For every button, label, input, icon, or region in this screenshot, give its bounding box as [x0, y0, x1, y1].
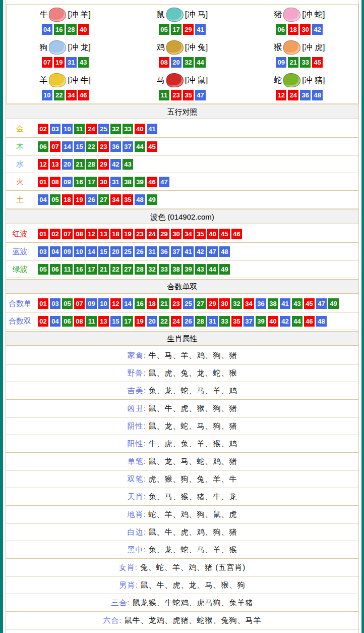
number-ball: 23: [171, 298, 181, 309]
number-ball: 45: [219, 229, 230, 239]
row-numbers: 04051819262734354849: [34, 194, 157, 205]
row-label: 水: [6, 155, 34, 173]
dog-icon: [49, 40, 66, 55]
zodiac-conflict-label: [冲 羊]: [68, 10, 90, 20]
number-ball: 39: [183, 264, 194, 275]
row-numbers: 1213202128294243: [34, 159, 133, 170]
zodiac-cell: 马[冲 鼠]11233547: [124, 70, 240, 103]
attribute-row: 男肖:鼠、牛、虎、龙、马、猴、狗: [6, 576, 358, 594]
number-ball: 11: [159, 90, 169, 100]
zodiac-cell: 羊[冲 牛]10223446: [7, 70, 124, 103]
number-ball: 24: [147, 229, 157, 239]
number-ball: 30: [98, 177, 109, 187]
zodiac-cell: 鸡[冲 兔]08203244: [124, 37, 240, 70]
attribute-row: 阳性:牛、虎、兔、羊、猴、鸡: [6, 435, 358, 453]
number-ball: 03: [50, 298, 60, 309]
number-ball: 06: [38, 141, 48, 152]
number-ball: 44: [207, 264, 218, 275]
number-ball: 10: [62, 124, 73, 134]
number-ball: 16: [74, 264, 85, 275]
number-ball: 04: [50, 246, 60, 257]
number-ball: 07: [74, 298, 85, 309]
attribute-row: 阴性:鼠、龙、蛇、马、狗、猪: [6, 417, 358, 435]
number-ball: 41: [183, 246, 194, 257]
table-row: 土04051819262734354849: [6, 191, 358, 208]
number-ball: 22: [110, 264, 121, 275]
number-ball: 22: [86, 141, 97, 152]
number-ball-group: 06183042: [276, 24, 323, 35]
row-numbers: 06071415222336374445: [34, 141, 157, 152]
number-ball: 36: [256, 298, 266, 309]
wuxing-rows: 金02031011242532334041木060714152223363744…: [6, 120, 358, 208]
row-numbers: 0204060811131517192022242628313335373940…: [34, 316, 327, 327]
table-row: 水1213202128294243: [6, 155, 358, 173]
attribute-label: 六合:: [103, 616, 122, 625]
table-row: 火0108091617303138394647: [6, 173, 358, 191]
attribute-label: 家禽:: [127, 351, 146, 360]
number-ball: 47: [159, 177, 169, 187]
number-ball: 49: [147, 194, 157, 205]
number-ball: 19: [54, 57, 65, 68]
attribute-label: 野兽:: [127, 368, 146, 378]
row-label: 金: [6, 120, 34, 137]
zodiac-cell: 鼠[冲 马]05172941: [124, 5, 240, 37]
number-ball: 30: [219, 298, 230, 309]
number-ball: 05: [38, 264, 48, 275]
number-ball: 45: [304, 298, 315, 309]
number-ball: 44: [292, 316, 302, 327]
number-ball: 45: [312, 57, 323, 68]
zodiac-heading: 猪[冲 蛇]: [274, 8, 325, 22]
number-ball: 08: [159, 57, 169, 68]
number-ball: 05: [62, 298, 73, 309]
number-ball: 38: [123, 177, 133, 187]
number-ball-group: 0204060811131517192022242628313335373940…: [38, 316, 327, 327]
row-label: 合数单: [6, 295, 34, 312]
attribute-value: 兔、蛇、羊、鸡、猪 (五宫肖): [140, 563, 246, 572]
zodiac-conflict-label: [冲 鼠]: [185, 75, 208, 85]
horse-icon: [166, 73, 184, 87]
number-ball: 29: [207, 298, 218, 309]
number-ball: 29: [183, 24, 194, 35]
number-ball: 10: [98, 298, 109, 309]
number-ball: 23: [171, 90, 181, 100]
attribute-row-qin-qi-shu-hua: 琴:兔蛇鸡棋:鼠牛狗书:虎龙马画:羊猴猪: [6, 629, 358, 633]
section-title-heshu: 合数单双: [6, 279, 358, 294]
number-ball: 21: [98, 264, 109, 275]
attribute-row: 黑中:兔、龙、蛇、马、羊、猴: [6, 541, 358, 559]
table-row: 木06071415222336374445: [6, 138, 358, 155]
attribute-label: 凶丑:: [127, 404, 146, 413]
number-ball: 18: [147, 298, 157, 309]
zodiac-animal-name: 蛇: [274, 75, 282, 85]
number-ball: 24: [86, 124, 97, 134]
attribute-value: 鼠、牛、虎、鸡、狗、猪: [149, 528, 237, 537]
number-ball: 28: [86, 159, 97, 170]
number-ball: 35: [195, 229, 206, 239]
number-ball: 34: [110, 194, 121, 205]
number-ball: 01: [38, 298, 48, 309]
number-ball: 36: [300, 90, 311, 100]
number-ball: 07: [42, 57, 52, 68]
zodiac-cell: 蛇[冲 猪]12243648: [241, 70, 358, 103]
number-ball: 12: [86, 229, 97, 239]
number-ball: 18: [62, 194, 73, 205]
row-numbers: 05061116172122272832333839434449: [34, 264, 230, 275]
number-ball: 08: [74, 229, 85, 239]
number-ball: 05: [50, 194, 60, 205]
attribute-row: 三合:鼠龙猴、牛蛇鸡、虎马狗、兔羊猪: [6, 594, 358, 612]
row-label: 土: [6, 191, 34, 208]
number-ball: 19: [74, 194, 85, 205]
number-ball: 26: [135, 246, 145, 257]
number-ball: 03: [50, 124, 60, 134]
zodiac-animal-name: 猪: [274, 10, 282, 20]
number-ball: 35: [231, 316, 242, 327]
row-label: 火: [6, 173, 34, 190]
number-ball: 37: [171, 246, 181, 257]
number-ball: 23: [135, 229, 145, 239]
number-ball: 33: [123, 124, 133, 134]
number-ball: 36: [159, 246, 169, 257]
attribute-label: 阳性:: [127, 439, 146, 449]
number-ball: 41: [280, 298, 290, 309]
number-ball-group: 09213345: [276, 57, 323, 68]
number-ball: 47: [207, 246, 218, 257]
number-ball: 41: [147, 124, 157, 134]
